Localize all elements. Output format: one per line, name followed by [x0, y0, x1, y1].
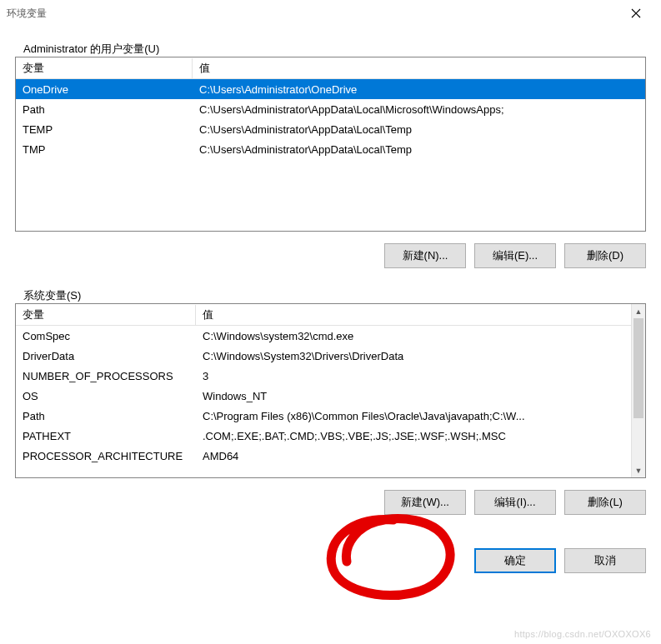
watermark: https://blog.csdn.net/OXOXOX6 [514, 629, 651, 639]
window-title: 环境变量 [7, 7, 617, 21]
scroll-up-icon[interactable]: ▲ [632, 304, 645, 318]
system-rows: ComSpecC:\Windows\system32\cmd.exeDriver… [16, 326, 645, 466]
table-row[interactable]: OSWindows_NT [16, 386, 645, 406]
row-variable: PROCESSOR_ARCHITECTURE [16, 450, 196, 462]
table-row[interactable]: ComSpecC:\Windows\system32\cmd.exe [16, 326, 645, 346]
ok-button[interactable]: 确定 [474, 548, 556, 573]
close-button[interactable] [617, 2, 654, 25]
row-variable: TEMP [16, 123, 193, 136]
dialog-footer: 确定 取消 [0, 548, 661, 573]
user-buttons-row: 新建(N)... 编辑(E)... 删除(D) [15, 243, 646, 268]
user-variables-listbox[interactable]: 变量 值 OneDriveC:\Users\Administrator\OneD… [15, 57, 646, 232]
table-row[interactable]: NUMBER_OF_PROCESSORS3 [16, 366, 645, 386]
system-variables-group: 系统变量(S) 变量 值 ComSpecC:\Windows\system32\… [15, 303, 646, 515]
system-new-button[interactable]: 新建(W)... [384, 490, 466, 515]
row-variable: PATHEXT [16, 430, 196, 442]
row-value: C:\Windows\system32\cmd.exe [196, 330, 645, 342]
scroll-thumb[interactable] [633, 318, 643, 418]
user-rows: OneDriveC:\Users\Administrator\OneDriveP… [16, 79, 645, 159]
row-value: C:\Program Files (x86)\Common Files\Orac… [196, 410, 645, 422]
row-value: .COM;.EXE;.BAT;.CMD;.VBS;.VBE;.JS;.JSE;.… [196, 430, 645, 442]
system-list-header: 变量 值 [16, 304, 645, 326]
row-variable: OS [16, 390, 196, 402]
row-value: C:\Windows\System32\Drivers\DriverData [196, 350, 645, 362]
row-variable: DriverData [16, 350, 196, 362]
user-new-button[interactable]: 新建(N)... [384, 243, 466, 268]
user-variables-label: Administrator 的用户变量(U) [22, 42, 161, 57]
scroll-down-icon[interactable]: ▼ [632, 463, 645, 477]
row-variable: Path [16, 103, 193, 116]
user-delete-button[interactable]: 删除(D) [564, 243, 646, 268]
system-header-variable[interactable]: 变量 [16, 305, 196, 325]
row-variable: NUMBER_OF_PROCESSORS [16, 370, 196, 382]
table-row[interactable]: TEMPC:\Users\Administrator\AppData\Local… [16, 119, 645, 139]
system-variables-label: 系统变量(S) [22, 288, 83, 303]
row-value: C:\Users\Administrator\OneDrive [193, 83, 645, 96]
user-list-header: 变量 值 [16, 57, 645, 79]
row-variable: ComSpec [16, 330, 196, 342]
user-header-value[interactable]: 值 [193, 58, 645, 78]
row-variable: TMP [16, 143, 193, 156]
row-value: C:\Users\Administrator\AppData\Local\Mic… [193, 103, 645, 116]
table-row[interactable]: PathC:\Program Files (x86)\Common Files\… [16, 406, 645, 426]
table-row[interactable]: TMPC:\Users\Administrator\AppData\Local\… [16, 139, 645, 159]
user-variables-group: Administrator 的用户变量(U) 变量 值 OneDriveC:\U… [15, 57, 646, 268]
system-delete-button[interactable]: 删除(L) [564, 490, 646, 515]
table-row[interactable]: OneDriveC:\Users\Administrator\OneDrive [16, 79, 645, 99]
cancel-button[interactable]: 取消 [564, 548, 646, 573]
table-row[interactable]: PATHEXT.COM;.EXE;.BAT;.CMD;.VBS;.VBE;.JS… [16, 426, 645, 446]
row-variable: OneDrive [16, 83, 193, 96]
system-edit-button[interactable]: 编辑(I)... [474, 490, 556, 515]
row-value: 3 [196, 370, 645, 382]
close-icon [631, 8, 641, 18]
user-edit-button[interactable]: 编辑(E)... [474, 243, 556, 268]
system-scrollbar[interactable]: ▲ ▼ [631, 304, 645, 477]
table-row[interactable]: PROCESSOR_ARCHITECTUREAMD64 [16, 446, 645, 466]
system-header-value[interactable]: 值 [196, 305, 645, 325]
row-value: AMD64 [196, 450, 645, 462]
table-row[interactable]: DriverDataC:\Windows\System32\Drivers\Dr… [16, 346, 645, 366]
system-buttons-row: 新建(W)... 编辑(I)... 删除(L) [15, 490, 646, 515]
row-value: C:\Users\Administrator\AppData\Local\Tem… [193, 123, 645, 136]
table-row[interactable]: PathC:\Users\Administrator\AppData\Local… [16, 99, 645, 119]
user-header-variable[interactable]: 变量 [16, 58, 193, 78]
system-variables-listbox[interactable]: 变量 值 ComSpecC:\Windows\system32\cmd.exeD… [15, 303, 646, 478]
row-variable: Path [16, 410, 196, 422]
row-value: C:\Users\Administrator\AppData\Local\Tem… [193, 143, 645, 156]
titlebar: 环境变量 [0, 0, 661, 27]
row-value: Windows_NT [196, 390, 645, 402]
